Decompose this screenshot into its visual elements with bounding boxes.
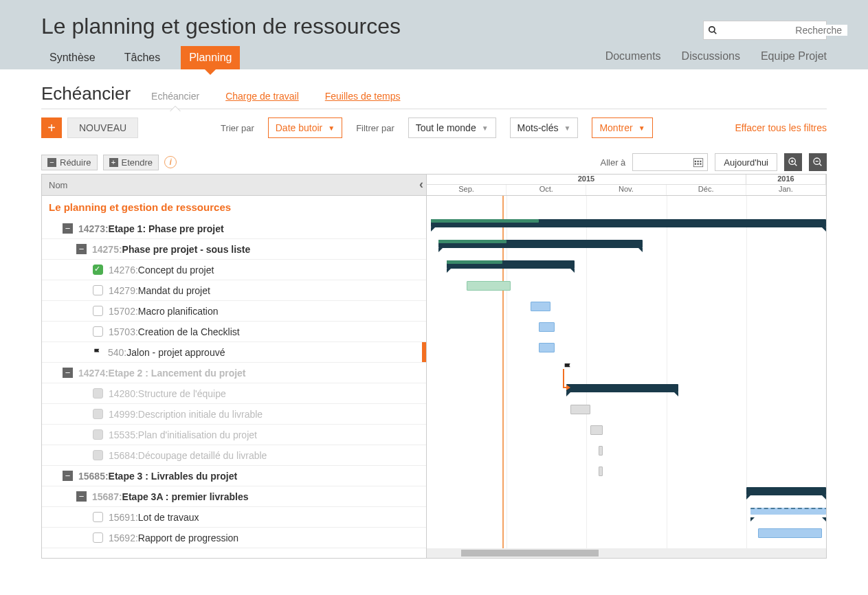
gantt-summary-bar[interactable] bbox=[566, 384, 678, 392]
task-row[interactable]: −14275: Phase pre projet - sous liste bbox=[42, 239, 426, 260]
task-row[interactable]: −15687: Etape 3A : premier livrables bbox=[42, 486, 426, 507]
goto-date-input[interactable] bbox=[632, 153, 708, 171]
task-row[interactable]: 15691: Lot de travaux bbox=[42, 507, 426, 528]
task-row[interactable]: 15702: Macro planification bbox=[42, 301, 426, 322]
keywords-select[interactable]: Mots-clés▼ bbox=[510, 117, 579, 138]
expand-button[interactable]: + Etendre bbox=[103, 155, 159, 170]
collapse-icon[interactable]: − bbox=[63, 471, 73, 481]
task-row[interactable]: −14274: Etape 2 : Lancement du projet bbox=[42, 363, 426, 383]
checkbox[interactable] bbox=[93, 265, 103, 275]
task-row[interactable]: 14279: Mandat du projet bbox=[42, 280, 426, 301]
flag-icon bbox=[93, 348, 104, 357]
checkbox[interactable] bbox=[93, 512, 103, 522]
gantt-task-bar[interactable] bbox=[758, 528, 822, 538]
nav-equipe[interactable]: Equipe Projet bbox=[761, 50, 827, 63]
task-name: Structure de l'équipe bbox=[138, 388, 226, 399]
primary-tabs: Synthèse Tâches Planning bbox=[41, 46, 240, 69]
svg-line-1 bbox=[714, 32, 717, 34]
info-icon[interactable]: i bbox=[164, 156, 177, 168]
task-name: Etape 3A : premier livrables bbox=[122, 491, 249, 502]
project-name: Le planning et gestion de ressources bbox=[42, 196, 426, 218]
gantt-summary-bar[interactable] bbox=[750, 508, 826, 515]
task-row[interactable]: 15692: Rapport de progression bbox=[42, 528, 426, 548]
svg-rect-6 bbox=[695, 164, 696, 165]
task-name: Macro planification bbox=[138, 306, 219, 317]
task-id: 15691: bbox=[109, 512, 138, 523]
task-name: Etape 2 : Lancement du projet bbox=[109, 368, 246, 379]
search-icon bbox=[704, 25, 722, 35]
checkbox[interactable] bbox=[93, 409, 103, 419]
task-row[interactable]: 15703: Creation de la Checklist bbox=[42, 322, 426, 342]
clear-filters-link[interactable]: Effacer tous les filtres bbox=[735, 122, 827, 133]
filter-select[interactable]: Tout le monde▼ bbox=[408, 117, 496, 138]
horizontal-scrollbar[interactable] bbox=[427, 548, 826, 558]
collapse-icon[interactable]: − bbox=[76, 491, 87, 502]
progress-bar bbox=[431, 219, 539, 223]
search-box[interactable] bbox=[703, 21, 827, 40]
subtab-echeancier[interactable]: Echéancier bbox=[148, 87, 202, 106]
gantt-task-bar[interactable] bbox=[467, 281, 511, 291]
selection-marker bbox=[422, 342, 426, 362]
task-name: Concept du projet bbox=[138, 265, 214, 276]
show-label: Montrer bbox=[599, 122, 632, 133]
gantt-task-bar[interactable] bbox=[539, 322, 555, 332]
search-input[interactable] bbox=[722, 25, 847, 36]
task-row[interactable]: 14280: Structure de l'équipe bbox=[42, 383, 426, 404]
collapse-button[interactable]: − Réduire bbox=[41, 155, 98, 170]
task-id: 15692: bbox=[109, 532, 138, 543]
nav-discussions[interactable]: Discussions bbox=[682, 50, 740, 63]
task-row[interactable]: −14273: Etape 1: Phase pre projet bbox=[42, 218, 426, 239]
gantt-task-bar[interactable] bbox=[590, 425, 602, 435]
subtab-charge[interactable]: Charge de travail bbox=[223, 87, 302, 106]
gantt-task-bar[interactable] bbox=[599, 446, 603, 456]
collapse-pane-icon[interactable]: ‹ bbox=[419, 177, 423, 192]
task-row[interactable]: 14999: Description initiale du livrable bbox=[42, 404, 426, 425]
subtab-feuilles[interactable]: Feuilles de temps bbox=[322, 87, 403, 106]
task-id: 15703: bbox=[109, 326, 138, 337]
gantt-pane: 20152016Sep.Oct.Nov.Déc.Jan. bbox=[427, 175, 826, 558]
gantt-task-bar[interactable] bbox=[599, 467, 603, 476]
tab-synthese[interactable]: Synthèse bbox=[41, 46, 104, 69]
year-label: 2016 bbox=[746, 175, 826, 184]
gantt-task-bar[interactable] bbox=[531, 302, 550, 311]
checkbox[interactable] bbox=[93, 532, 103, 543]
gantt-summary-bar[interactable] bbox=[746, 487, 826, 495]
today-button[interactable]: Aujourd'hui bbox=[715, 153, 777, 171]
caret-down-icon: ▼ bbox=[638, 124, 645, 132]
task-row[interactable]: 15535: Plan d'initialisation du projet bbox=[42, 425, 426, 445]
month-label: Sep. bbox=[427, 185, 507, 195]
checkbox[interactable] bbox=[93, 306, 103, 316]
task-id: 14279: bbox=[109, 285, 138, 296]
task-row[interactable]: −15685: Etape 3 : Livrables du projet bbox=[42, 466, 426, 486]
task-row[interactable]: 540: Jalon - projet approuvé bbox=[42, 342, 426, 363]
checkbox[interactable] bbox=[93, 388, 103, 398]
calendar-icon bbox=[692, 156, 704, 168]
new-button[interactable]: NOUVEAU bbox=[67, 117, 138, 138]
task-name: Rapport de progression bbox=[138, 532, 238, 543]
nav-documents[interactable]: Documents bbox=[605, 50, 661, 63]
task-row[interactable]: 14276: Concept du projet bbox=[42, 260, 426, 280]
tab-taches[interactable]: Tâches bbox=[116, 46, 168, 69]
zoom-in-button[interactable] bbox=[784, 153, 802, 171]
gantt-task-bar[interactable] bbox=[539, 343, 555, 352]
collapse-icon[interactable]: − bbox=[76, 244, 87, 254]
month-label: Nov. bbox=[586, 185, 666, 195]
goto-label: Aller à bbox=[601, 157, 626, 168]
gantt-task-bar[interactable] bbox=[570, 405, 590, 414]
checkbox[interactable] bbox=[93, 285, 103, 295]
svg-rect-5 bbox=[700, 161, 702, 162]
tab-planning[interactable]: Planning bbox=[181, 46, 240, 69]
task-row[interactable]: 15684: Découpage detaillé du livrable bbox=[42, 445, 426, 466]
collapse-icon[interactable]: − bbox=[63, 368, 73, 378]
page-title: Echéancier bbox=[41, 83, 131, 109]
sort-select[interactable]: Date butoir▼ bbox=[268, 117, 342, 138]
sort-label: Trier par bbox=[221, 123, 254, 133]
zoom-out-button[interactable] bbox=[809, 153, 827, 171]
caret-down-icon: ▼ bbox=[564, 124, 571, 132]
checkbox[interactable] bbox=[93, 429, 103, 440]
collapse-icon[interactable]: − bbox=[63, 223, 73, 234]
add-button[interactable]: + bbox=[41, 117, 62, 138]
checkbox[interactable] bbox=[93, 450, 103, 460]
checkbox[interactable] bbox=[93, 326, 103, 337]
show-select[interactable]: Montrer▼ bbox=[592, 117, 652, 138]
